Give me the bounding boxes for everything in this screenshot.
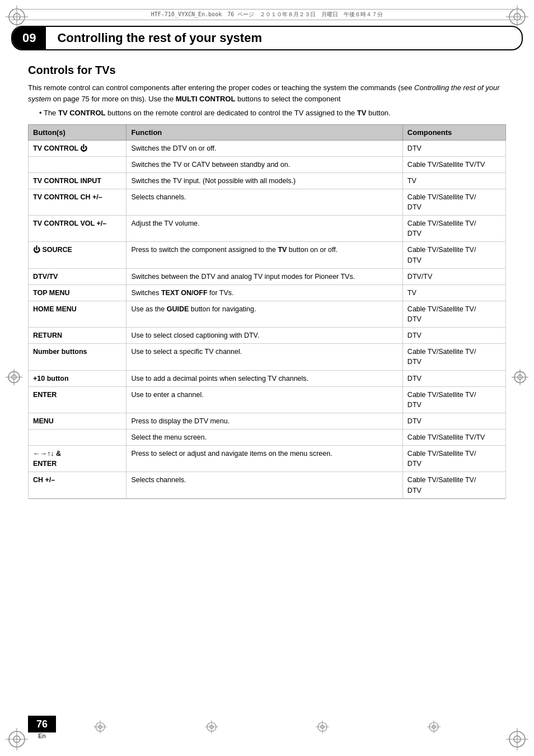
cell-function: Switches TEXT ON/OFF for TVs. [127,284,402,301]
bullet-text-1: The [44,109,58,117]
controls-table: Button(s) Function Components TV CONTROL… [28,124,506,499]
bullet-end: button. [366,109,390,117]
cell-button: +10 button [29,370,127,386]
cell-button: TV CONTROL ⏻ [29,140,127,156]
chapter-title: Controlling the rest of your system [46,31,262,45]
table-row: MENUPress to display the DTV menu.DTV [29,413,506,429]
table-row: Number buttonsUse to select a specific T… [29,344,506,370]
cell-function: Press to select or adjust and navigate i… [127,446,402,472]
cell-function: Select the menu screen. [127,430,402,446]
col-header-function: Function [127,124,402,140]
desc-text-2: on page 75 for more on this). Use the [51,95,176,103]
cell-component: DTV [402,370,505,386]
mid-mark-left [6,369,22,388]
table-row: RETURNUse to select closed captioning wi… [29,328,506,344]
cell-function: Press to switch the component assigned t… [127,242,402,268]
bullet-rest: buttons on the remote control are dedica… [105,109,357,117]
cell-component: Cable TV/Satellite TV/ DTV [402,301,505,327]
cell-component: Cable TV/Satellite TV/ DTV [402,472,505,498]
table-header-row: Button(s) Function Components [29,124,506,140]
col-header-components: Components [402,124,505,140]
cell-button: TV CONTROL CH +/– [29,189,127,215]
cell-function: Selects channels. [127,189,402,215]
table-row: Select the menu screen.Cable TV/Satellit… [29,430,506,446]
table-row: +10 buttonUse to add a decimal points wh… [29,370,506,386]
bullet-point: The TV CONTROL buttons on the remote con… [39,108,506,119]
table-row: DTV/TVSwitches between the DTV and analo… [29,268,506,284]
cell-function: Use to select a specific TV channel. [127,344,402,370]
cell-button: TOP MENU [29,284,127,301]
bot-mark-4 [427,720,441,734]
table-row: CH +/–Selects channels.Cable TV/Satellit… [29,472,506,498]
cell-function: Adjust the TV volume. [127,216,402,242]
cell-component: Cable TV/Satellite TV/ DTV [402,446,505,472]
table-row: ENTERUse to enter a channel.Cable TV/Sat… [29,386,506,413]
print-info: HTF-710_VYXCN_En.book 76 ページ ２０１０年８月２３日 … [11,9,523,20]
cell-function: Switches between the DTV and analog TV i… [127,268,402,284]
cell-function: Use to enter a channel. [127,386,402,413]
table-row: Switches the TV or CATV between standby … [29,156,506,172]
cell-component: Cable TV/Satellite TV/ DTV [402,344,505,370]
cell-component: Cable TV/Satellite TV/ DTV [402,386,505,413]
desc-bold: MULTI CONTROL [176,95,236,103]
cell-component: Cable TV/Satellite TV/ DTV [402,216,505,242]
content-area: Controls for TVs This remote control can… [28,64,506,499]
bot-mark-1 [93,720,107,734]
cell-button: ⏻ SOURCE [29,242,127,268]
cell-component: DTV [402,328,505,344]
desc-text-1: This remote control can control componen… [28,83,414,92]
cell-component: TV [402,284,505,301]
cell-button: ENTER [29,386,127,413]
table-row: TV CONTROL CH +/–Selects channels.Cable … [29,189,506,215]
cell-button: TV CONTROL INPUT [29,172,127,189]
cell-button: RETURN [29,328,127,344]
table-row: HOME MENUUse as the GUIDE button for nav… [29,301,506,327]
cell-function: Press to display the DTV menu. [127,413,402,429]
cell-function: Use to select closed captioning with DTV… [127,328,402,344]
cell-component: Cable TV/Satellite TV/ DTV [402,242,505,268]
cell-button: CH +/– [29,472,127,498]
col-header-button: Button(s) [29,124,127,140]
cell-button: HOME MENU [29,301,127,327]
bullet-bold: TV CONTROL [58,109,106,117]
cell-component: DTV [402,140,505,156]
cell-component: TV [402,172,505,189]
section-title: Controls for TVs [28,64,506,77]
cell-component: Cable TV/Satellite TV/TV [402,430,505,446]
cell-function: Use to add a decimal points when selecti… [127,370,402,386]
cell-component: DTV [402,413,505,429]
cell-button: ←→↑↓ & ENTER [29,446,127,472]
bottom-mid-marks [0,720,534,734]
mid-mark-right [512,369,528,388]
page-header: HTF-710_VYXCN_En.book 76 ページ ２０１０年８月２３日 … [11,4,523,20]
bullet-bold2: TV [357,109,367,117]
cell-component: Cable TV/Satellite TV/TV [402,156,505,172]
chapter-heading: 09 Controlling the rest of your system [11,26,523,50]
table-row: ←→↑↓ & ENTERPress to select or adjust an… [29,446,506,472]
table-row: TV CONTROL INPUTSwitches the TV input. (… [29,172,506,189]
cell-function: Selects channels. [127,472,402,498]
bot-mark-3 [316,720,329,734]
cell-function: Switches the DTV on or off. [127,140,402,156]
cell-button: Number buttons [29,344,127,370]
cell-function: Use as the GUIDE button for navigating. [127,301,402,327]
table-row: TOP MENUSwitches TEXT ON/OFF for TVs.TV [29,284,506,301]
cell-button: DTV/TV [29,268,127,284]
cell-button [29,430,127,446]
chapter-number: 09 [12,27,46,49]
cell-button: MENU [29,413,127,429]
section-description: This remote control can control componen… [28,82,506,104]
table-row: ⏻ SOURCEPress to switch the component as… [29,242,506,268]
cell-button [29,156,127,172]
cell-button: TV CONTROL VOL +/– [29,216,127,242]
table-row: TV CONTROL VOL +/–Adjust the TV volume.C… [29,216,506,242]
cell-function: Switches the TV or CATV between standby … [127,156,402,172]
bot-mark-2 [205,720,218,734]
cell-component: DTV/TV [402,268,505,284]
table-row: TV CONTROL ⏻Switches the DTV on or off.D… [29,140,506,156]
cell-component: Cable TV/Satellite TV/ DTV [402,189,505,215]
desc-text-3: buttons to select the component [235,95,340,103]
cell-function: Switches the TV input. (Not possible wit… [127,172,402,189]
